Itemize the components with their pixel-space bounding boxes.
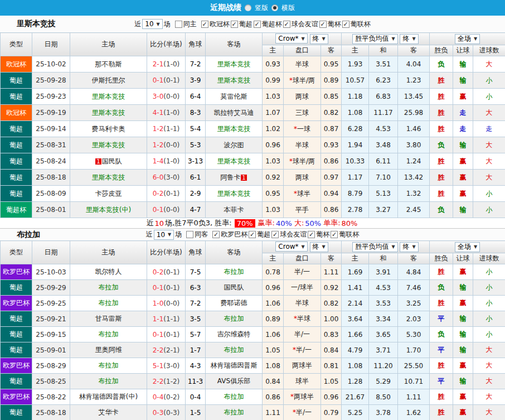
avg-time-select[interactable]: 终▼ (400, 242, 418, 252)
handicap-result: 赢 (453, 186, 473, 202)
odds-time-select[interactable]: 终▼ (310, 242, 328, 252)
match-scope-select[interactable]: 全场▼ (455, 34, 480, 44)
home-team-link[interactable]: 里奥阿维 (95, 346, 122, 354)
summary-item-label: 大: (294, 218, 304, 228)
home-team-link[interactable]: 里斯本竞技 (92, 109, 125, 117)
away-team-link[interactable]: 布拉加 (224, 268, 244, 276)
sub-column-header: 客 (321, 45, 342, 56)
away-team-link[interactable]: 林肯瑞德因普斯 (211, 361, 258, 369)
league-filter-checkbox[interactable]: ✓ (331, 231, 338, 238)
away-team-link[interactable]: 国民队 (224, 283, 244, 291)
league-filter-checkbox[interactable]: ✓ (342, 21, 349, 28)
away-team-link[interactable]: 里斯本竞技 (217, 60, 251, 68)
corner-count: 3-9 (186, 73, 206, 89)
avg-time-select[interactable]: 终▼ (400, 34, 418, 44)
away-team-link[interactable]: 布拉加 (224, 315, 244, 322)
half-time-score: (0-1) (163, 190, 179, 197)
away-team-link[interactable]: 里斯本竞技 (217, 190, 251, 197)
away-team-link[interactable]: 波尔图 (224, 141, 244, 149)
league-type-badge: 葡超 (1, 374, 32, 389)
home-team-link[interactable]: 那不勒斯 (95, 60, 122, 68)
over-under-result: 大 (473, 170, 505, 186)
home-team-link[interactable]: 林肯瑞德因普斯(中) (79, 393, 138, 400)
asian-away-odds: 0.94 (321, 186, 342, 202)
chevron-down-icon: ▼ (157, 22, 160, 27)
avg-odds-select[interactable]: 胜平负均值▼ (352, 242, 397, 252)
asian-home-odds: 1.06 (263, 327, 284, 342)
asian-away-odds: 0.89 (321, 73, 342, 89)
odds-provider-select[interactable]: Crow*▼ (275, 33, 307, 44)
away-team-link[interactable]: AVS俱乐部 (217, 377, 250, 385)
away-team-cell: 本菲卡 (206, 202, 263, 218)
same-venue-checkbox[interactable] (175, 21, 182, 28)
league-filter-checkbox[interactable]: ✓ (308, 231, 315, 238)
away-team-link[interactable]: 吉尔维森特 (217, 330, 251, 338)
match-scope-select[interactable]: 全场▼ (455, 242, 480, 252)
away-team-link[interactable]: 费耶诺德 (221, 299, 247, 307)
vertical-layout-radio[interactable] (245, 4, 251, 11)
away-team-link[interactable]: 布拉加 (224, 408, 244, 416)
away-team-link[interactable]: 里斯本竞技 (217, 76, 251, 84)
league-type-badge: 欧罗巴杯 (1, 296, 32, 311)
home-team-link[interactable]: 凯尔特人 (95, 268, 122, 276)
away-team-link[interactable]: 阿鲁卡 (220, 173, 240, 181)
away-team-link[interactable]: 里斯本竞技 (217, 157, 251, 165)
sub-column-header: 进球数 (473, 253, 505, 264)
match-count-select[interactable]: 10▼ (154, 230, 174, 240)
away-team-link[interactable]: 里斯本竞技 (217, 125, 251, 133)
away-team-cell: 林肯瑞德因普斯 (206, 358, 263, 374)
away-team-link[interactable]: 莫雷伦斯 (221, 93, 247, 100)
home-team-link[interactable]: 里斯本竞技 (92, 141, 125, 149)
away-team-link[interactable]: 凯拉特艾马迪 (214, 109, 254, 117)
league-filter-checkbox[interactable]: ✓ (201, 21, 208, 28)
horizontal-layout-radio[interactable] (271, 4, 278, 11)
league-filter-checkbox[interactable]: ✓ (254, 21, 261, 28)
table-row: 欧罗巴杯25-08-29布拉加5-1(3-0)4-3林肯瑞德因普斯1.08两球半… (1, 358, 505, 374)
avg-win-odds: 1.08 (342, 105, 369, 121)
asian-home-odds: 1.06 (263, 296, 284, 311)
league-type-badge: 葡超 (1, 73, 32, 89)
avg-draw-odds: 6.23 (369, 73, 398, 89)
away-team-link[interactable]: 布拉加 (224, 346, 244, 354)
home-team-link[interactable]: 里斯本竞技 (92, 93, 125, 100)
home-team-link[interactable]: 费马利卡奥 (92, 125, 125, 133)
sub-column-header: 和 (369, 45, 398, 56)
away-team-link[interactable]: 本菲卡 (224, 206, 244, 214)
league-filter-checkbox[interactable]: ✓ (231, 21, 238, 28)
home-team-link[interactable]: 布拉加 (99, 283, 119, 291)
home-team-link[interactable]: 布拉加 (99, 299, 119, 307)
match-count-select[interactable]: 10▼ (142, 19, 162, 29)
home-team-link[interactable]: 伊斯托里尔 (92, 76, 125, 84)
full-time-score: 2-2 (153, 346, 164, 354)
home-team-link[interactable]: 布拉加 (99, 330, 119, 338)
league-filter-checkbox[interactable]: ✓ (249, 231, 256, 238)
odds-provider-select[interactable]: Crow*▼ (275, 242, 307, 252)
same-venue-checkbox[interactable] (186, 231, 193, 238)
home-team-link[interactable]: 卡莎皮亚 (95, 190, 122, 197)
home-team-link[interactable]: 艾华卡 (99, 408, 119, 416)
away-team-link[interactable]: 布拉加 (224, 393, 244, 400)
home-team-link[interactable]: 里斯本竞技 (92, 173, 125, 181)
league-filter-checkbox[interactable]: ✓ (212, 231, 220, 238)
league-filter-checkbox[interactable]: ✓ (319, 21, 327, 28)
avg-odds-select[interactable]: 胜平负均值▼ (352, 34, 397, 44)
asian-home-odds: 1.07 (263, 105, 284, 121)
handicap-result: 输 (453, 327, 473, 342)
home-team-link[interactable]: 国民队 (102, 157, 122, 165)
home-team-link[interactable]: 里斯本竞技(中) (86, 206, 131, 214)
sub-column-header: 主 (342, 45, 369, 56)
odds-time-select-value: 终 (313, 34, 319, 44)
league-type-badge: 葡超 (1, 153, 32, 170)
table-row: 欧罗巴杯25-08-22林肯瑞德因普斯(中)0-4(0-2)0-4布拉加0.86… (1, 389, 505, 405)
odds-time-select[interactable]: 终▼ (310, 34, 328, 44)
avg-win-odds: 2.78 (342, 202, 369, 218)
home-team-link[interactable]: 甘马雷斯 (95, 315, 122, 322)
away-team-cell: 阿鲁卡1 (206, 170, 263, 186)
league-filter-checkbox[interactable]: ✓ (283, 21, 290, 28)
home-team-link[interactable]: 布拉加 (99, 361, 119, 369)
league-filter-checkbox[interactable]: ✓ (271, 231, 279, 238)
home-team-link[interactable]: 布拉加 (99, 377, 119, 385)
half-time-score: (1-2) (163, 378, 179, 385)
summary-item-value: 40% (276, 219, 292, 228)
handicap-line: 半/一 (284, 327, 321, 342)
